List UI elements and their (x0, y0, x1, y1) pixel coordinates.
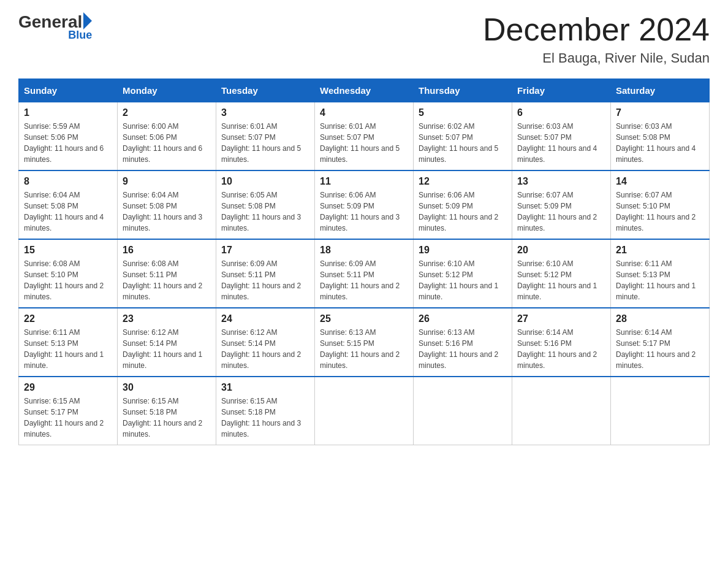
day-number: 30 (123, 382, 211, 393)
calendar-week-3: 15Sunrise: 6:08 AMSunset: 5:10 PMDayligh… (19, 239, 710, 308)
calendar-cell: 5Sunrise: 6:02 AMSunset: 5:07 PMDaylight… (414, 102, 512, 171)
calendar-cell: 2Sunrise: 6:00 AMSunset: 5:06 PMDaylight… (118, 102, 216, 171)
day-info: Sunrise: 6:11 AMSunset: 5:13 PMDaylight:… (616, 258, 704, 302)
day-number: 22 (24, 313, 112, 324)
calendar-cell: 14Sunrise: 6:07 AMSunset: 5:10 PMDayligh… (611, 170, 710, 239)
day-number: 28 (616, 313, 704, 324)
calendar-week-1: 1Sunrise: 5:59 AMSunset: 5:06 PMDaylight… (19, 102, 710, 171)
calendar-cell: 11Sunrise: 6:06 AMSunset: 5:09 PMDayligh… (315, 170, 414, 239)
day-info: Sunrise: 6:15 AMSunset: 5:18 PMDaylight:… (123, 396, 211, 440)
day-number: 17 (221, 245, 309, 256)
day-info: Sunrise: 6:13 AMSunset: 5:16 PMDaylight:… (419, 327, 507, 371)
day-number: 14 (616, 176, 704, 187)
day-info: Sunrise: 6:04 AMSunset: 5:08 PMDaylight:… (24, 190, 112, 234)
calendar-cell (315, 377, 414, 445)
day-info: Sunrise: 6:07 AMSunset: 5:10 PMDaylight:… (616, 190, 704, 234)
calendar-cell: 12Sunrise: 6:06 AMSunset: 5:09 PMDayligh… (414, 170, 512, 239)
day-info: Sunrise: 6:03 AMSunset: 5:08 PMDaylight:… (616, 121, 704, 165)
day-info: Sunrise: 6:14 AMSunset: 5:16 PMDaylight:… (517, 327, 605, 371)
day-info: Sunrise: 6:05 AMSunset: 5:08 PMDaylight:… (221, 190, 309, 234)
day-number: 12 (419, 176, 507, 187)
day-info: Sunrise: 6:10 AMSunset: 5:12 PMDaylight:… (419, 258, 507, 302)
calendar-cell (611, 377, 710, 445)
logo-blue-text: Blue (18, 29, 92, 42)
day-number: 26 (419, 313, 507, 324)
calendar-table: SundayMondayTuesdayWednesdayThursdayFrid… (18, 79, 710, 445)
day-info: Sunrise: 6:09 AMSunset: 5:11 PMDaylight:… (320, 258, 408, 302)
logo: General Blue (18, 12, 92, 42)
day-number: 16 (123, 245, 211, 256)
calendar-cell (414, 377, 512, 445)
day-number: 1 (24, 107, 112, 118)
day-number: 25 (320, 313, 408, 324)
calendar-cell: 30Sunrise: 6:15 AMSunset: 5:18 PMDayligh… (118, 377, 216, 445)
day-info: Sunrise: 6:14 AMSunset: 5:17 PMDaylight:… (616, 327, 704, 371)
day-info: Sunrise: 6:00 AMSunset: 5:06 PMDaylight:… (123, 121, 211, 165)
day-info: Sunrise: 6:11 AMSunset: 5:13 PMDaylight:… (24, 327, 112, 371)
calendar-cell: 27Sunrise: 6:14 AMSunset: 5:16 PMDayligh… (512, 308, 611, 377)
location-subtitle: El Bauga, River Nile, Sudan (483, 50, 710, 66)
calendar-cell: 25Sunrise: 6:13 AMSunset: 5:15 PMDayligh… (315, 308, 414, 377)
calendar-cell: 18Sunrise: 6:09 AMSunset: 5:11 PMDayligh… (315, 239, 414, 308)
day-info: Sunrise: 6:13 AMSunset: 5:15 PMDaylight:… (320, 327, 408, 371)
day-info: Sunrise: 6:10 AMSunset: 5:12 PMDaylight:… (517, 258, 605, 302)
page-header: General Blue December 2024 El Bauga, Riv… (18, 12, 710, 66)
calendar-cell: 26Sunrise: 6:13 AMSunset: 5:16 PMDayligh… (414, 308, 512, 377)
day-info: Sunrise: 6:01 AMSunset: 5:07 PMDaylight:… (221, 121, 309, 165)
calendar-cell: 16Sunrise: 6:08 AMSunset: 5:11 PMDayligh… (118, 239, 216, 308)
calendar-cell: 7Sunrise: 6:03 AMSunset: 5:08 PMDaylight… (611, 102, 710, 171)
calendar-cell: 23Sunrise: 6:12 AMSunset: 5:14 PMDayligh… (118, 308, 216, 377)
day-number: 23 (123, 313, 211, 324)
day-info: Sunrise: 5:59 AMSunset: 5:06 PMDaylight:… (24, 121, 112, 165)
calendar-week-4: 22Sunrise: 6:11 AMSunset: 5:13 PMDayligh… (19, 308, 710, 377)
calendar-cell: 29Sunrise: 6:15 AMSunset: 5:17 PMDayligh… (19, 377, 118, 445)
calendar-cell: 28Sunrise: 6:14 AMSunset: 5:17 PMDayligh… (611, 308, 710, 377)
logo-triangle-icon (83, 12, 92, 29)
calendar-cell: 10Sunrise: 6:05 AMSunset: 5:08 PMDayligh… (216, 170, 315, 239)
day-info: Sunrise: 6:02 AMSunset: 5:07 PMDaylight:… (419, 121, 507, 165)
calendar-cell: 20Sunrise: 6:10 AMSunset: 5:12 PMDayligh… (512, 239, 611, 308)
day-number: 4 (320, 107, 408, 118)
col-header-saturday: Saturday (611, 79, 710, 102)
day-number: 11 (320, 176, 408, 187)
calendar-cell: 1Sunrise: 5:59 AMSunset: 5:06 PMDaylight… (19, 102, 118, 171)
col-header-monday: Monday (118, 79, 216, 102)
header-row: SundayMondayTuesdayWednesdayThursdayFrid… (19, 79, 710, 102)
calendar-cell: 24Sunrise: 6:12 AMSunset: 5:14 PMDayligh… (216, 308, 315, 377)
day-info: Sunrise: 6:12 AMSunset: 5:14 PMDaylight:… (221, 327, 309, 371)
calendar-cell: 15Sunrise: 6:08 AMSunset: 5:10 PMDayligh… (19, 239, 118, 308)
day-number: 7 (616, 107, 704, 118)
day-info: Sunrise: 6:01 AMSunset: 5:07 PMDaylight:… (320, 121, 408, 165)
calendar-cell: 8Sunrise: 6:04 AMSunset: 5:08 PMDaylight… (19, 170, 118, 239)
day-number: 13 (517, 176, 605, 187)
calendar-cell: 31Sunrise: 6:15 AMSunset: 5:18 PMDayligh… (216, 377, 315, 445)
day-number: 3 (221, 107, 309, 118)
calendar-week-5: 29Sunrise: 6:15 AMSunset: 5:17 PMDayligh… (19, 377, 710, 445)
day-number: 15 (24, 245, 112, 256)
calendar-cell: 13Sunrise: 6:07 AMSunset: 5:09 PMDayligh… (512, 170, 611, 239)
day-number: 27 (517, 313, 605, 324)
col-header-tuesday: Tuesday (216, 79, 315, 102)
calendar-cell: 21Sunrise: 6:11 AMSunset: 5:13 PMDayligh… (611, 239, 710, 308)
day-number: 6 (517, 107, 605, 118)
calendar-cell: 22Sunrise: 6:11 AMSunset: 5:13 PMDayligh… (19, 308, 118, 377)
day-number: 10 (221, 176, 309, 187)
day-info: Sunrise: 6:08 AMSunset: 5:11 PMDaylight:… (123, 258, 211, 302)
day-number: 29 (24, 382, 112, 393)
calendar-cell: 9Sunrise: 6:04 AMSunset: 5:08 PMDaylight… (118, 170, 216, 239)
calendar-week-2: 8Sunrise: 6:04 AMSunset: 5:08 PMDaylight… (19, 170, 710, 239)
title-block: December 2024 El Bauga, River Nile, Suda… (483, 12, 710, 66)
day-number: 20 (517, 245, 605, 256)
calendar-cell: 17Sunrise: 6:09 AMSunset: 5:11 PMDayligh… (216, 239, 315, 308)
day-number: 8 (24, 176, 112, 187)
calendar-cell: 4Sunrise: 6:01 AMSunset: 5:07 PMDaylight… (315, 102, 414, 171)
day-info: Sunrise: 6:03 AMSunset: 5:07 PMDaylight:… (517, 121, 605, 165)
day-number: 24 (221, 313, 309, 324)
day-number: 9 (123, 176, 211, 187)
day-info: Sunrise: 6:07 AMSunset: 5:09 PMDaylight:… (517, 190, 605, 234)
day-number: 2 (123, 107, 211, 118)
day-number: 21 (616, 245, 704, 256)
day-number: 5 (419, 107, 507, 118)
calendar-cell: 19Sunrise: 6:10 AMSunset: 5:12 PMDayligh… (414, 239, 512, 308)
day-number: 19 (419, 245, 507, 256)
